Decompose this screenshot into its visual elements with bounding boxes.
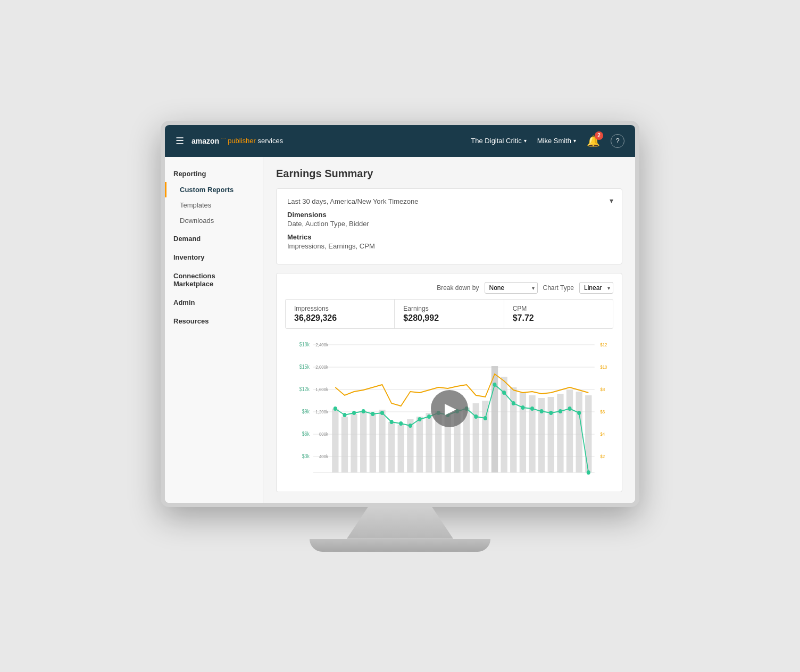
sidebar-item-reporting[interactable]: Reporting — [165, 165, 263, 182]
svg-text:$6k: $6k — [302, 430, 310, 437]
logo-amazon: amazon — [191, 137, 219, 145]
chart-type-select[interactable]: Linear Bar Area — [579, 282, 613, 294]
monitor-screen: ☰ amazon ⌒ publisher services The Digita… — [161, 121, 639, 507]
svg-point-70 — [493, 383, 496, 387]
sidebar: Reporting Custom Reports Templates Downl… — [165, 157, 263, 503]
svg-rect-42 — [491, 366, 498, 472]
expand-button[interactable]: ▾ — [610, 196, 613, 205]
svg-text:$10: $10 — [600, 364, 607, 370]
sidebar-item-admin[interactable]: Admin — [165, 294, 263, 311]
svg-text:$3k: $3k — [302, 453, 310, 459]
svg-rect-52 — [585, 395, 591, 472]
metric-impressions: Impressions 36,829,326 — [286, 300, 395, 328]
svg-point-72 — [512, 401, 515, 405]
main-content: Earnings Summary ▾ Last 30 days, America… — [263, 157, 635, 503]
svg-text:$8: $8 — [600, 386, 605, 392]
site-chevron: ▾ — [524, 138, 527, 144]
svg-rect-31 — [388, 422, 395, 472]
svg-point-69 — [484, 416, 487, 420]
play-button[interactable]: ▶ — [431, 390, 468, 427]
svg-point-71 — [502, 391, 506, 395]
svg-text:1,600k: 1,600k — [315, 386, 328, 392]
svg-rect-26 — [341, 417, 348, 472]
svg-text:$12: $12 — [600, 342, 607, 347]
user-name: Mike Smith — [537, 137, 571, 145]
cpm-value: $7.72 — [513, 313, 604, 323]
logo-services: services — [256, 137, 283, 145]
svg-rect-32 — [398, 425, 404, 472]
svg-text:$4: $4 — [600, 431, 605, 437]
svg-point-61 — [409, 424, 412, 428]
sidebar-section-admin: Admin — [165, 294, 263, 311]
svg-point-59 — [390, 420, 394, 424]
svg-point-56 — [362, 409, 365, 413]
hamburger-icon[interactable]: ☰ — [176, 135, 184, 147]
sidebar-section-connections: Connections Marketplace — [165, 268, 263, 292]
svg-point-80 — [587, 470, 590, 475]
svg-rect-34 — [416, 417, 423, 472]
impressions-value: 36,829,326 — [294, 313, 386, 323]
notification-bell[interactable]: 🔔 2 — [587, 135, 600, 147]
sidebar-item-resources[interactable]: Resources — [165, 313, 263, 329]
sidebar-item-templates[interactable]: Templates — [165, 197, 263, 213]
monitor-wrapper: ☰ amazon ⌒ publisher services The Digita… — [161, 121, 639, 552]
svg-rect-48 — [548, 397, 554, 472]
svg-point-79 — [577, 411, 581, 415]
sidebar-section-reporting: Reporting Custom Reports Templates Downl… — [165, 165, 263, 228]
monitor-base — [310, 539, 490, 552]
summary-card: ▾ Last 30 days, America/New York Timezon… — [276, 188, 622, 264]
svg-text:1,200k: 1,200k — [315, 409, 328, 414]
svg-text:$18k: $18k — [299, 341, 310, 347]
cpm-label: CPM — [513, 305, 604, 312]
svg-rect-40 — [473, 403, 479, 472]
svg-rect-49 — [557, 394, 563, 472]
svg-point-62 — [418, 417, 421, 421]
help-button[interactable]: ? — [611, 134, 624, 148]
svg-rect-45 — [520, 393, 526, 472]
sidebar-item-downloads[interactable]: Downloads — [165, 213, 263, 228]
svg-rect-35 — [426, 413, 432, 472]
earnings-value: $280,992 — [403, 313, 495, 323]
monitor-stand — [347, 507, 453, 539]
svg-point-63 — [427, 414, 431, 419]
notification-count: 2 — [595, 131, 603, 140]
svg-point-77 — [559, 409, 562, 413]
chart-card: Break down by None Auction Type Bidder C… — [276, 273, 622, 492]
svg-rect-51 — [576, 392, 582, 472]
breakdown-select-wrapper: None Auction Type Bidder — [485, 282, 538, 294]
sidebar-item-inventory[interactable]: Inventory — [165, 249, 263, 266]
svg-point-55 — [352, 411, 356, 415]
svg-point-53 — [334, 406, 337, 411]
metrics-value: Impressions, Earnings, CPM — [287, 242, 611, 250]
sidebar-item-demand[interactable]: Demand — [165, 230, 263, 247]
svg-point-73 — [521, 405, 524, 410]
svg-text:$9k: $9k — [302, 408, 310, 414]
breakdown-select[interactable]: None Auction Type Bidder — [485, 282, 538, 294]
site-selector[interactable]: The Digital Critic ▾ — [471, 137, 526, 145]
svg-point-74 — [530, 406, 534, 411]
svg-text:$12k: $12k — [299, 386, 310, 392]
top-nav: ☰ amazon ⌒ publisher services The Digita… — [165, 125, 635, 157]
logo-arrow: ⌒ — [220, 137, 226, 145]
summary-date-range: Last 30 days, America/New York Timezone — [287, 197, 611, 205]
svg-rect-28 — [360, 411, 366, 472]
dimensions-value: Date, Auction Type, Bidder — [287, 220, 611, 228]
svg-point-75 — [540, 409, 544, 413]
user-menu[interactable]: Mike Smith ▾ — [537, 137, 576, 145]
svg-text:$2: $2 — [600, 453, 605, 459]
metrics-label: Metrics — [287, 233, 611, 241]
play-icon: ▶ — [445, 400, 456, 417]
chart-type-select-wrapper: Linear Bar Area — [579, 282, 613, 294]
sidebar-item-connections-marketplace[interactable]: Connections Marketplace — [165, 268, 263, 292]
metrics-row: Impressions 36,829,326 Earnings $280,992… — [285, 299, 613, 329]
earnings-label: Earnings — [403, 305, 495, 312]
page-title: Earnings Summary — [276, 168, 622, 180]
svg-point-58 — [380, 411, 384, 415]
svg-point-78 — [568, 406, 572, 411]
svg-text:400k: 400k — [319, 453, 329, 459]
sidebar-item-custom-reports[interactable]: Custom Reports — [165, 182, 263, 197]
svg-point-68 — [474, 414, 478, 419]
chart-type-label: Chart Type — [543, 284, 574, 292]
sidebar-section-resources: Resources — [165, 313, 263, 329]
svg-point-57 — [371, 412, 374, 416]
